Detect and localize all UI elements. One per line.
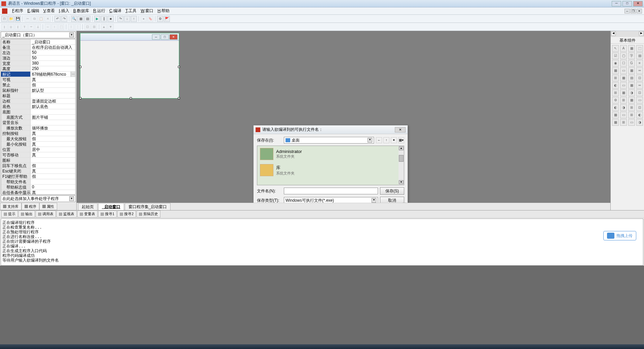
property-value[interactable]: 真 [31,152,75,157]
property-row[interactable]: Esc键关闭真 [1,168,75,174]
minimize-button[interactable]: ─ [612,1,621,6]
property-row[interactable]: 最大化按钮假 [1,136,75,142]
component-icon[interactable]: ▦ [628,97,635,104]
form-body[interactable] [80,41,179,98]
scrollbar[interactable]: ▲ ▼ [399,146,404,185]
component-icon[interactable]: ⊞ [620,119,627,126]
save-button[interactable]: 保存(S) [380,187,404,195]
component-icon[interactable]: ⊞ [628,104,635,111]
property-row[interactable]: 播放次数循环播放 [1,125,75,131]
property-row[interactable]: 回车下移焦点假 [1,163,75,168]
component-icon[interactable]: ◑ [636,119,643,126]
resize-handle-e[interactable] [178,66,180,68]
property-value[interactable]: 默认底色 [31,104,75,109]
component-icon[interactable]: ▤ [628,75,635,81]
dialog-titlebar[interactable]: 请输入欲编译到的可执行文件名： ✕ [254,125,408,134]
file-list[interactable]: Administrator系统文件夹库系统文件夹 ▲ ▼ [257,146,404,185]
editor-tab[interactable]: 起始页 [78,203,98,210]
component-icon[interactable]: ▭ [620,82,627,89]
component-icon[interactable]: ▭ [628,119,635,126]
property-value[interactable] [31,158,75,163]
component-icon[interactable]: 字 [628,52,635,59]
resize-handle-s[interactable] [130,97,132,99]
menu-item[interactable]: C.编译 [107,7,123,14]
flag-icon[interactable]: 🚩 [164,16,170,22]
component-icon[interactable]: ▦ [628,82,635,89]
menu-item[interactable]: V.查看 [41,7,57,14]
scroll-down-icon[interactable]: ▼ [399,180,404,184]
output-tab[interactable]: 搜寻2 [117,210,136,218]
component-icon[interactable]: ▦ [628,45,635,52]
menu-item[interactable]: E.编辑 [25,7,41,14]
property-value[interactable]: 真 [31,131,75,136]
mdi-restore-button[interactable]: ❐ [631,9,636,13]
property-value[interactable]: 假 [31,163,75,168]
component-icon[interactable]: ⊞ [628,112,635,118]
component-icon[interactable]: ⊡ [636,104,643,111]
property-value[interactable]: _启动窗口 [31,39,75,44]
property-value[interactable]: 假 [31,82,75,87]
property-value[interactable]: 250 [31,66,75,71]
property-value[interactable]: 图片平铺 [31,115,75,120]
output-text[interactable]: 正在编译现行程序正在检查重复名称...正在预处理现行程序正在进行名称连接...正… [1,219,643,266]
run-icon[interactable]: ▶ [94,16,100,22]
output-tab[interactable]: 变量表 [77,210,98,218]
scroll-thumb[interactable] [399,155,404,162]
component-icon[interactable]: ═ [636,82,643,89]
event-selector-combo[interactable]: 在此处选择加入事件处理子程序 ▼ [1,195,76,202]
open-icon[interactable]: 📁 [8,16,14,22]
component-icon[interactable]: ⊡ [636,89,643,96]
output-tab[interactable]: 搜寻1 [98,210,117,218]
component-icon[interactable]: ▭ [620,112,627,118]
resize-handle-sw[interactable] [79,97,81,99]
tool1-icon[interactable]: ▦ [78,16,84,22]
component-icon[interactable]: ⊞ [612,89,619,96]
copy-icon[interactable]: ⧉ [31,16,37,22]
component-icon[interactable]: ▤ [636,52,643,59]
align-top-icon[interactable]: ⫪ [22,24,28,30]
scroll-left-icon[interactable]: ◀ [611,31,616,36]
property-row[interactable]: 鼠标指针默认型 [1,88,75,93]
output-tab[interactable]: 调用表 [36,210,56,218]
resize-handle-se[interactable] [178,97,180,99]
component-icon[interactable]: A [620,45,627,52]
property-row[interactable]: 名称_启动窗口 [1,39,75,45]
center-h-icon[interactable]: ⊡ [84,24,90,30]
component-icon[interactable]: ▦ [612,119,619,126]
property-row[interactable]: 边框普通固定边框 [1,99,75,104]
output-tab[interactable]: 输出 [18,210,35,218]
property-row[interactable]: 底色默认底色 [1,104,75,109]
property-value[interactable]: 在程序启动后自动调入 [31,45,75,50]
step-out-icon[interactable]: ↑ [131,16,137,22]
step-over-icon[interactable]: ↷ [117,16,123,22]
property-value[interactable]: 真 [31,190,75,195]
compile-icon[interactable]: ⚙ [157,16,163,22]
back-button[interactable]: ← [376,137,382,143]
new-icon[interactable]: □ [1,16,7,22]
menu-item[interactable]: I.插入 [57,7,71,14]
component-icon[interactable]: G [628,60,635,67]
property-row[interactable]: 备注在程序启动后自动调入 [1,45,75,50]
property-value[interactable]: 假 [31,174,75,179]
menu-item[interactable]: T.工具 [123,7,139,14]
cut-icon[interactable]: ✂ [25,16,31,22]
up-folder-button[interactable]: ↑ [383,137,389,143]
property-value[interactable]: 居中 [31,147,75,152]
component-icon[interactable]: ◑ [620,104,627,111]
component-icon[interactable]: ↖ [612,45,619,52]
same-height-icon[interactable]: ↕ [51,24,58,30]
property-row[interactable]: 帮助文件名 [1,179,75,185]
component-icon[interactable]: ≡ [636,60,643,67]
component-icon[interactable]: ▢ [620,52,627,59]
delete-icon[interactable]: ✕ [45,16,51,22]
property-row[interactable]: 顶边50 [1,55,75,61]
component-icon[interactable]: ▦ [620,75,627,81]
drag-upload-button[interactable]: 拖拽上传 [603,231,636,240]
component-icon[interactable]: ⊞ [612,75,619,81]
file-item[interactable]: Administrator系统文件夹 [257,146,404,162]
menu-item[interactable]: H.帮助 [155,7,172,14]
property-row[interactable]: F1键打开帮助假 [1,174,75,179]
save-icon[interactable]: 💾 [15,16,21,22]
new-folder-button[interactable]: ✦ [391,137,397,143]
view-menu-button[interactable]: ▦▾ [398,137,404,143]
